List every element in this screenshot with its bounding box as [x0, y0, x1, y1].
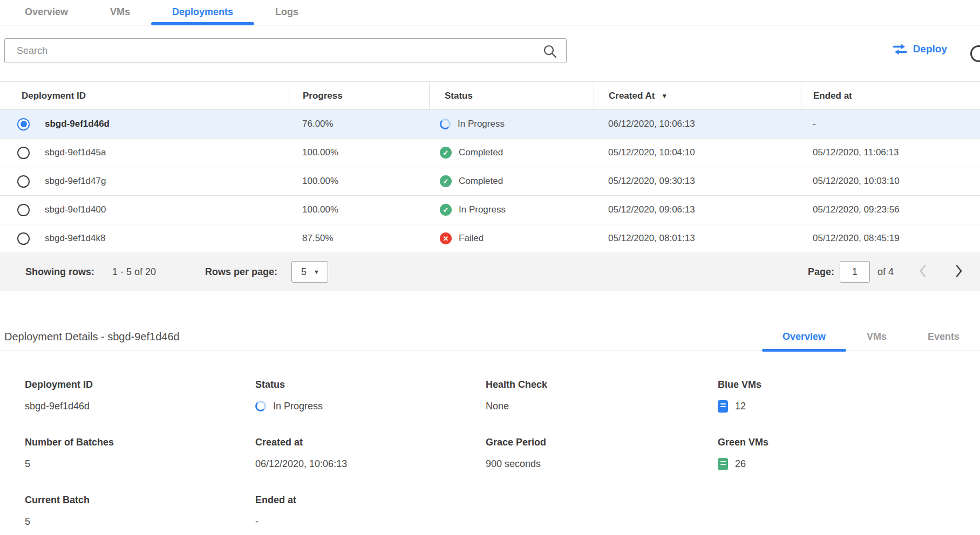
details-header: Deployment Details - sbgd-9ef1d46d Overv…	[0, 324, 980, 351]
table-row[interactable]: sbgd-9ef1d4k8 87.50% Failed 05/12/2020, …	[0, 224, 980, 253]
progress-value: 100.00%	[289, 176, 429, 187]
status-text: Completed	[459, 147, 503, 158]
status-spinner-icon	[440, 119, 451, 129]
rows-per-page-value: 5	[301, 266, 307, 278]
status-text: In Progress	[459, 204, 506, 215]
table-row[interactable]: sbgd-9ef1d46d 76.00% In Progress 06/12/2…	[0, 110, 980, 139]
row-radio[interactable]	[17, 232, 30, 245]
column-header-created-at[interactable]: Created At ▼	[594, 82, 801, 109]
prev-page-button[interactable]	[918, 264, 927, 280]
table-row[interactable]: sbgd-9ef1d47g 100.00% Completed 05/12/20…	[0, 167, 980, 196]
status-check-icon	[440, 175, 452, 187]
ended-at-value: 05/12/2020, 08:45:19	[801, 233, 980, 244]
created-at-value: 05/12/2020, 10:04:10	[594, 147, 801, 158]
chevron-right-icon	[955, 264, 963, 278]
deployment-id-value: sbgd-9ef1d4k8	[45, 233, 105, 244]
column-header-progress[interactable]: Progress	[289, 82, 429, 109]
progress-value: 100.00%	[289, 204, 429, 215]
table-row[interactable]: sbgd-9ef1d400 100.00% In Progress 05/12/…	[0, 196, 980, 224]
table-body: sbgd-9ef1d46d 76.00% In Progress 06/12/2…	[0, 110, 980, 253]
deployment-id-value: sbgd-9ef1d47g	[45, 176, 106, 187]
deployment-id-value: sbgd-9ef1d45a	[45, 147, 106, 158]
detail-field-health-check: Health Check None	[486, 379, 718, 413]
status-failed-icon	[440, 232, 452, 244]
status-check-icon	[440, 147, 452, 159]
showing-rows-label: Showing rows:	[25, 266, 94, 278]
page-label: Page:	[808, 266, 834, 278]
deploy-button[interactable]: Deploy	[893, 43, 947, 55]
search-input[interactable]	[4, 38, 567, 63]
top-tab-bar: Overview VMs Deployments Logs	[0, 0, 980, 25]
table-row[interactable]: sbgd-9ef1d45a 100.00% Completed 05/12/20…	[0, 139, 980, 167]
search-icon	[543, 44, 557, 58]
refresh-icon[interactable]	[970, 45, 980, 62]
progress-value: 76.00%	[289, 119, 429, 129]
ended-at-value: 05/12/2020, 11:06:13	[801, 147, 980, 158]
deploy-button-label: Deploy	[913, 43, 947, 55]
showing-rows-value: 1 - 5 of 20	[112, 266, 156, 278]
created-at-value: 05/12/2020, 09:30:13	[594, 176, 801, 187]
ended-at-value: 05/12/2020, 09:23:56	[801, 204, 980, 215]
status-text: Failed	[459, 233, 484, 244]
status-text: In Progress	[458, 119, 505, 129]
ended-at-value: -	[801, 119, 980, 129]
detail-field-number-of-batches: Number of Batches 5	[25, 437, 255, 471]
details-tab-events[interactable]: Events	[907, 324, 980, 351]
detail-field-blue-vms: Blue VMs 12	[718, 379, 980, 413]
detail-field-current-batch: Current Batch 5	[25, 495, 255, 529]
detail-field-green-vms: Green VMs 26	[718, 437, 980, 471]
column-header-ended-at[interactable]: Ended at	[801, 82, 980, 109]
row-radio[interactable]	[17, 147, 30, 159]
details-grid: Deployment ID sbgd-9ef1d46d Status In Pr…	[0, 351, 980, 529]
chevron-down-icon: ▼	[314, 269, 319, 275]
chevron-left-icon	[918, 264, 927, 278]
column-header-status[interactable]: Status	[429, 82, 594, 109]
sort-descending-icon: ▼	[661, 92, 668, 100]
status-spinner-icon	[255, 401, 266, 411]
rows-per-page-label: Rows per page:	[205, 266, 277, 278]
deployments-table: Deployment ID Progress Status Created At…	[0, 81, 980, 253]
rows-per-page-select[interactable]: 5 ▼	[291, 261, 328, 283]
created-at-value: 05/12/2020, 09:06:13	[594, 204, 801, 215]
deployment-id-value: sbgd-9ef1d46d	[45, 119, 110, 129]
details-tab-overview[interactable]: Overview	[762, 324, 846, 351]
progress-value: 100.00%	[289, 147, 429, 158]
next-page-button[interactable]	[955, 264, 963, 280]
row-radio[interactable]	[17, 118, 30, 131]
row-radio[interactable]	[17, 204, 30, 216]
swap-arrows-icon	[893, 44, 907, 55]
row-radio[interactable]	[17, 175, 30, 188]
page-total: of 4	[877, 266, 894, 278]
tab-logs[interactable]: Logs	[254, 0, 319, 25]
detail-field-grace-period: Grace Period 900 seconds	[486, 437, 718, 471]
progress-value: 87.50%	[289, 233, 429, 244]
deployment-id-value: sbgd-9ef1d400	[45, 204, 106, 215]
details-tab-vms[interactable]: VMs	[846, 324, 907, 351]
created-at-value: 05/12/2020, 08:01:13	[594, 233, 801, 244]
tab-vms[interactable]: VMs	[89, 0, 151, 25]
ended-at-value: 05/12/2020, 10:03:10	[801, 176, 980, 187]
tab-overview[interactable]: Overview	[4, 0, 89, 25]
status-text: Completed	[459, 176, 503, 187]
detail-field-status: Status In Progress	[255, 379, 486, 413]
tab-deployments[interactable]: Deployments	[151, 0, 254, 25]
created-at-value: 06/12/2020, 10:06:13	[594, 119, 801, 129]
details-tab-bar: Overview VMs Events	[762, 324, 980, 351]
search-box	[4, 38, 567, 63]
status-check-icon	[440, 204, 452, 216]
vm-icon-green	[718, 458, 728, 470]
details-title: Deployment Details - sbgd-9ef1d46d	[4, 331, 180, 343]
detail-field-deployment-id: Deployment ID sbgd-9ef1d46d	[25, 379, 255, 413]
vm-icon-blue	[718, 400, 728, 413]
detail-field-created-at: Created at 06/12/2020, 10:06:13	[255, 437, 486, 471]
table-footer: Showing rows: 1 - 5 of 20 Rows per page:…	[0, 252, 980, 291]
page-input[interactable]	[840, 261, 870, 283]
column-header-deployment-id[interactable]: Deployment ID	[0, 82, 289, 109]
detail-field-ended-at: Ended at -	[255, 495, 486, 529]
table-header-row: Deployment ID Progress Status Created At…	[0, 81, 980, 110]
